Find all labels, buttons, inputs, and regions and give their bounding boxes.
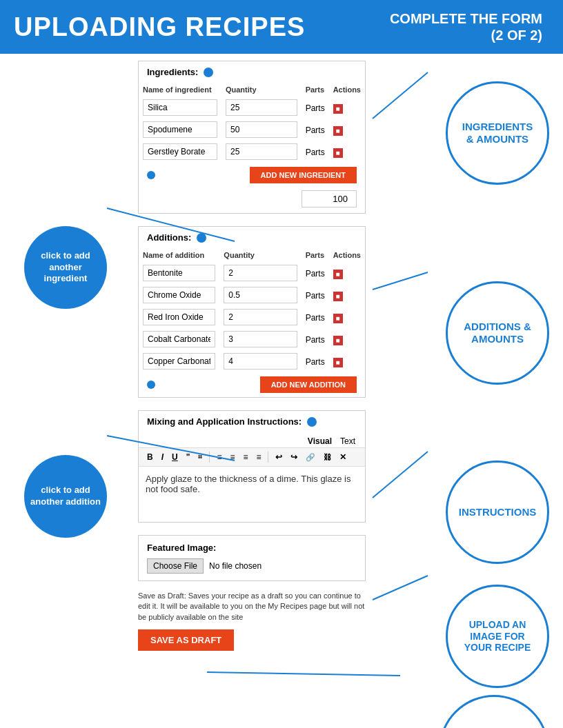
- addition-qty-input[interactable]: [224, 309, 297, 325]
- toolbar-code[interactable]: ⌗: [195, 452, 205, 463]
- addition-row: Parts ■: [139, 350, 365, 372]
- header-title: UPLOADING RECIPES: [14, 10, 305, 43]
- addition-qty-input[interactable]: [224, 287, 297, 303]
- ingredient-row: Parts ■: [139, 119, 365, 141]
- save-recipe-annotation: SAVE RECIPEAS A DRAFT when finished: [439, 695, 549, 728]
- addition-delete-button[interactable]: ■: [333, 292, 343, 301]
- addition-row: Parts ■: [139, 306, 365, 328]
- editor-toolbar: B I U " ⌗ ≡ ≡ ≡ ≡ ↩ ↪ 🔗 ⛓ ✕: [139, 448, 365, 467]
- toolbar-redo[interactable]: ↪: [288, 451, 300, 463]
- header-subtitle: COMPLETE THE FORM (2 OF 2): [390, 10, 542, 43]
- col-addition-actions: Actions: [329, 248, 365, 262]
- addition-delete-button[interactable]: ■: [333, 358, 343, 367]
- toolbar-undo[interactable]: ↩: [273, 451, 285, 463]
- col-addition-name: Name of addition: [139, 248, 219, 262]
- editor-content[interactable]: Apply glaze to the thickness of a dime. …: [139, 467, 365, 522]
- toolbar-underline[interactable]: U: [169, 451, 181, 463]
- ingredients-section: Ingredients: Name of ingredient Quantity…: [138, 61, 366, 214]
- no-file-chosen: No file chosen: [209, 561, 261, 571]
- toolbar-divider-2: [268, 452, 268, 463]
- save-draft-section: Save as Draft: Saves your recipe as a dr…: [138, 591, 366, 665]
- featured-image-label: Featured Image:: [147, 543, 357, 553]
- featured-image-section: Featured Image: Choose File No file chos…: [138, 535, 366, 581]
- toolbar-link[interactable]: 🔗: [303, 452, 318, 463]
- add-addition-button[interactable]: ADD NEW ADDITION: [260, 376, 357, 393]
- add-addition-annotation: click to add another addition: [24, 455, 107, 538]
- col-ingredient-qty: Quantity: [221, 83, 302, 97]
- addition-row: Parts ■: [139, 262, 365, 284]
- addition-qty-input[interactable]: [224, 265, 297, 281]
- add-ingredient-annotation: click to add another ingredient: [24, 226, 107, 309]
- addition-qty-input[interactable]: [224, 353, 297, 370]
- add-ingredient-button[interactable]: ADD NEW INGREDIENT: [250, 167, 357, 183]
- toolbar-quote[interactable]: ": [184, 451, 193, 463]
- ingredient-qty-input[interactable]: [226, 121, 297, 138]
- ingredient-parts-label: Parts: [306, 148, 325, 157]
- addition-name-input[interactable]: [143, 353, 215, 370]
- tab-text[interactable]: Text: [336, 435, 359, 447]
- toolbar-unlink[interactable]: ⛓: [321, 452, 334, 463]
- addition-parts-label: Parts: [306, 335, 325, 345]
- ingredient-qty-input[interactable]: [226, 99, 297, 116]
- ingredients-table: Name of ingredient Quantity Parts Action…: [139, 83, 365, 163]
- header: UPLOADING RECIPES COMPLETE THE FORM (2 O…: [0, 0, 563, 54]
- additions-amounts-annotation: ADDITIONS &AMOUNTS: [446, 281, 549, 385]
- col-ingredient-name: Name of ingredient: [139, 83, 221, 97]
- addition-name-input[interactable]: [143, 265, 215, 281]
- toolbar-align-right[interactable]: ≡: [253, 451, 264, 463]
- addition-parts-label: Parts: [306, 313, 325, 323]
- additions-table: Name of addition Quantity Parts Actions …: [139, 248, 365, 372]
- additions-dot: [197, 233, 206, 243]
- ingredients-dot: [204, 68, 213, 77]
- save-draft-description: Save as Draft: Saves your recipe as a dr…: [138, 591, 366, 623]
- toolbar-italic[interactable]: I: [159, 451, 166, 463]
- addition-delete-button[interactable]: ■: [333, 270, 343, 279]
- col-ingredient-parts: Parts: [302, 83, 329, 97]
- addition-parts-label: Parts: [306, 291, 325, 301]
- ingredient-row: Parts ■: [139, 141, 365, 163]
- toolbar-bold[interactable]: B: [144, 451, 156, 463]
- ingredient-delete-button[interactable]: ■: [333, 148, 343, 158]
- addition-delete-button[interactable]: ■: [333, 336, 343, 345]
- instructions-dot: [307, 417, 317, 427]
- addition-row: Parts ■: [139, 284, 365, 306]
- instructions-annotation: INSTRUCTIONS: [446, 461, 549, 564]
- addition-delete-button[interactable]: ■: [333, 314, 343, 323]
- addition-row: Parts ■: [139, 328, 365, 350]
- toolbar-align-left[interactable]: ≡: [240, 451, 250, 463]
- toolbar-ol[interactable]: ≡: [227, 451, 237, 463]
- col-addition-qty: Quantity: [219, 248, 301, 262]
- ingredient-parts-label: Parts: [306, 125, 325, 135]
- ingredient-name-input[interactable]: [143, 143, 217, 160]
- add-addition-dot: [147, 381, 155, 389]
- ingredients-label: Ingredients:: [147, 67, 198, 77]
- addition-name-input[interactable]: [143, 309, 215, 325]
- additions-section: Additions: Name of addition Quantity Par…: [138, 226, 366, 398]
- addition-name-input[interactable]: [143, 331, 215, 347]
- toolbar-remove[interactable]: ✕: [337, 451, 349, 463]
- ingredients-amounts-annotation: INGREDIENTS& AMOUNTS: [446, 81, 549, 185]
- save-draft-button[interactable]: SAVE AS DRAFT: [138, 629, 234, 651]
- addition-parts-label: Parts: [306, 357, 325, 367]
- upload-image-annotation: UPLOAD ANIMAGE FORYOUR RECIPE: [446, 585, 549, 688]
- instructions-label: Mixing and Application Instructions:: [147, 416, 302, 427]
- addition-qty-input[interactable]: [224, 331, 297, 347]
- toolbar-ul[interactable]: ≡: [214, 451, 224, 463]
- instructions-section: Mixing and Application Instructions: Vis…: [138, 410, 366, 523]
- ingredient-qty-input[interactable]: [226, 143, 297, 160]
- addition-parts-label: Parts: [306, 269, 325, 279]
- toolbar-divider-1: [209, 452, 210, 463]
- additions-label: Additions:: [147, 232, 191, 243]
- ingredient-delete-button[interactable]: ■: [333, 126, 343, 136]
- ingredient-name-input[interactable]: [143, 121, 217, 138]
- col-addition-parts: Parts: [302, 248, 329, 262]
- ingredient-delete-button[interactable]: ■: [333, 104, 343, 114]
- add-ingredient-dot: [147, 171, 155, 179]
- col-ingredient-actions: Actions: [329, 83, 365, 97]
- addition-name-input[interactable]: [143, 287, 215, 303]
- ingredients-total: 100: [302, 190, 357, 208]
- ingredient-row: Parts ■: [139, 97, 365, 119]
- ingredient-name-input[interactable]: [143, 99, 217, 116]
- tab-visual[interactable]: Visual: [304, 435, 336, 447]
- choose-file-button[interactable]: Choose File: [147, 558, 204, 574]
